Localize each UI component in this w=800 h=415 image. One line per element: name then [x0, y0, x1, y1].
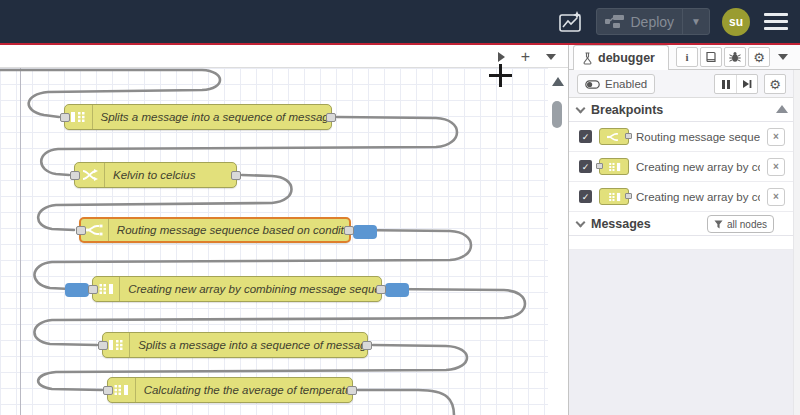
enabled-label: Enabled — [605, 78, 647, 90]
add-flow-button[interactable]: + — [521, 49, 530, 65]
book-icon — [705, 51, 717, 63]
queued-messages-pill[interactable] — [385, 283, 409, 297]
debug-tab-button[interactable] — [724, 47, 746, 67]
canvas-vertical-scrollbar[interactable] — [548, 68, 568, 415]
header-actions: Deploy ▼ su — [558, 0, 791, 43]
input-port[interactable] — [88, 285, 98, 294]
flow-node-join-1[interactable]: Creating new array by combining message … — [92, 276, 382, 302]
remove-breakpoint-button[interactable]: × — [767, 158, 785, 176]
plus-icon: + — [521, 49, 530, 65]
funnel-icon — [714, 220, 723, 229]
remove-breakpoint-button[interactable]: × — [767, 188, 785, 206]
sidebar-tab-buttons: i — [676, 47, 794, 67]
flow-list-button[interactable] — [546, 54, 556, 60]
help-tab-button[interactable] — [700, 47, 722, 67]
tab-scroll-right-button[interactable] — [498, 52, 505, 62]
output-port[interactable] — [347, 386, 357, 395]
messages-section-header[interactable]: Messages all nodes — [569, 212, 800, 236]
messages-empty-area — [569, 250, 793, 415]
gear-icon: ⚙ — [753, 51, 765, 64]
node-label: Kelvin to celcius — [105, 169, 203, 181]
flask-icon — [582, 52, 593, 65]
chevron-down-icon — [778, 54, 788, 60]
debugger-enabled-toggle[interactable]: Enabled — [577, 74, 655, 94]
scroll-up-arrow-icon[interactable] — [776, 105, 788, 113]
flow-node-switch[interactable]: Routing message sequence based on condit… — [79, 217, 351, 243]
flow-node-join-2[interactable]: Calculating the the average of temperatu… — [107, 377, 353, 403]
pause-step-group — [714, 74, 758, 94]
node-label: Creating new array by combining message … — [120, 283, 381, 295]
breakpoint-row[interactable]: ✓ Creating new array by combini × — [569, 182, 793, 212]
deploy-nodes-icon — [605, 15, 627, 29]
user-avatar[interactable]: su — [722, 8, 750, 36]
chevron-down-icon — [576, 217, 586, 227]
breakpoint-checkbox[interactable]: ✓ — [579, 130, 592, 143]
flow-workspace: + — [0, 45, 568, 415]
wire-path — [358, 390, 454, 415]
output-port — [625, 193, 632, 199]
hamburger-menu-icon[interactable] — [762, 11, 790, 32]
output-port[interactable] — [362, 341, 372, 350]
node-red-app: Deploy ▼ su + — [0, 0, 800, 415]
flow-tab-strip: + — [0, 45, 568, 68]
tab-debugger[interactable]: debugger — [573, 45, 669, 70]
input-port[interactable] — [76, 226, 86, 235]
breakpoint-checkbox[interactable]: ✓ — [579, 160, 592, 173]
scroll-up-arrow-icon[interactable] — [552, 77, 564, 86]
output-port — [625, 133, 632, 139]
chart-sparkle-icon — [558, 10, 584, 34]
breakpoint-label: Creating new array by combini — [636, 161, 760, 173]
flow-node-split-1[interactable]: Splits a message into a sequence of mess… — [64, 104, 332, 130]
breakpoints-section-header[interactable]: Breakpoints — [569, 98, 800, 122]
queued-messages-pill[interactable] — [353, 225, 377, 239]
deploy-label: Deploy — [627, 14, 683, 30]
debugger-settings-button[interactable]: ⚙ — [764, 74, 786, 94]
node-label: Calculating the the average of temperatu… — [136, 384, 352, 396]
pause-button[interactable] — [715, 75, 736, 93]
deploy-caret-icon[interactable]: ▼ — [683, 16, 709, 27]
info-icon: i — [685, 51, 688, 63]
chevron-down-icon — [546, 54, 556, 60]
input-port[interactable] — [60, 113, 70, 122]
sidebar-tab-list-button[interactable] — [772, 47, 794, 67]
gear-icon: ⚙ — [769, 78, 781, 91]
config-tab-button[interactable]: ⚙ — [748, 47, 770, 67]
output-port[interactable] — [231, 171, 241, 180]
node-label: Splits a message into a sequence of mess… — [130, 339, 367, 351]
output-port[interactable] — [344, 226, 354, 235]
breakpoint-label: Routing message sequence ba — [636, 131, 760, 143]
step-button[interactable] — [736, 75, 757, 93]
step-icon — [742, 79, 752, 89]
join-node-icon — [599, 188, 629, 205]
triangle-right-icon — [498, 52, 505, 62]
flow-canvas[interactable]: Splits a message into a sequence of mess… — [0, 68, 548, 415]
input-port[interactable] — [98, 341, 108, 350]
info-tab-button[interactable]: i — [676, 47, 698, 67]
remove-breakpoint-button[interactable]: × — [767, 128, 785, 146]
flow-node-split-2[interactable]: Splits a message into a sequence of mess… — [102, 332, 368, 358]
queued-messages-pill[interactable] — [65, 283, 89, 297]
chevron-down-icon — [576, 103, 586, 113]
sidebar-scrollbar-track[interactable] — [793, 70, 800, 415]
scrollbar-thumb[interactable] — [552, 101, 562, 128]
join-node-icon — [599, 158, 629, 175]
crosshair-cursor — [489, 74, 512, 77]
switch-node-icon — [599, 128, 629, 145]
node-label: Routing message sequence based on condit… — [109, 224, 349, 236]
input-port — [596, 163, 603, 169]
breakpoint-row[interactable]: ✓ Creating new array by combini × — [569, 152, 793, 182]
flow-node-change[interactable]: Kelvin to celcius — [74, 162, 237, 188]
messages-list-empty-row — [569, 236, 793, 250]
breakpoint-checkbox[interactable]: ✓ — [579, 190, 592, 203]
messages-filter-button[interactable]: all nodes — [707, 215, 774, 233]
deploy-button[interactable]: Deploy ▼ — [596, 8, 711, 35]
input-port[interactable] — [70, 171, 80, 180]
debugger-toolbar: Enabled ⚙ — [569, 70, 800, 98]
breakpoint-row[interactable]: ✓ Routing message sequence ba × — [569, 122, 793, 152]
output-port[interactable] — [376, 285, 386, 294]
output-port[interactable] — [326, 113, 336, 122]
chart-sparkle-icon-button[interactable] — [558, 10, 584, 34]
bug-icon — [729, 51, 741, 63]
input-port[interactable] — [103, 386, 113, 395]
messages-filter-label: all nodes — [727, 219, 767, 230]
